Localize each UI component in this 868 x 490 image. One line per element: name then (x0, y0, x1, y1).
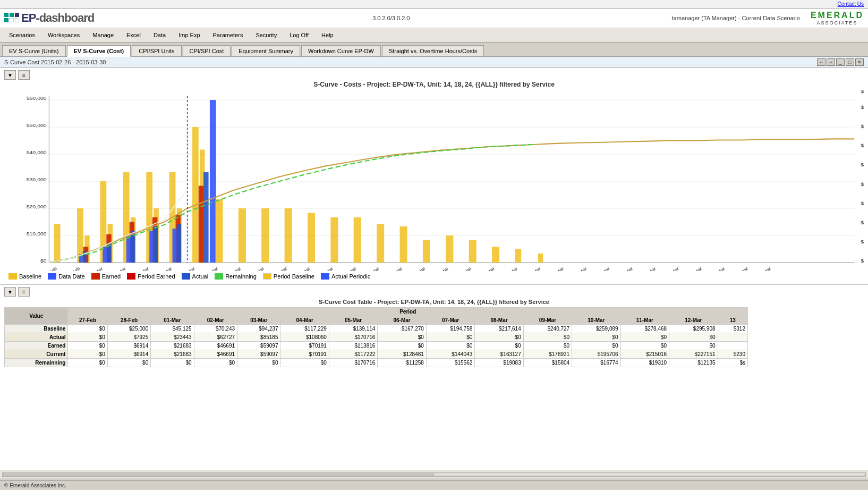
legend-actual: Actual (182, 273, 209, 280)
cell: $0 (378, 333, 426, 342)
cell: $312 (718, 325, 747, 333)
cell: $s (718, 359, 747, 367)
tab-ev-units[interactable]: EV S-Curve (Units) (2, 45, 66, 56)
th-col-0: 27-Feb (68, 316, 107, 325)
cell: $215016 (620, 350, 669, 359)
svg-rect-58 (239, 208, 246, 263)
logo-sq3 (15, 13, 19, 17)
svg-rect-63 (354, 217, 361, 263)
win-minimize[interactable]: _ (836, 58, 845, 66)
cell: $11258 (378, 359, 426, 367)
cell: $0 (572, 333, 620, 342)
cell: $0 (68, 325, 107, 333)
svg-text:$30,000: $30,000 (27, 177, 47, 182)
svg-text:$160,000: $160,000 (861, 181, 864, 187)
svg-rect-61 (308, 213, 315, 263)
cell: $170716 (329, 333, 377, 342)
win-restore[interactable]: □ (846, 58, 854, 66)
svg-rect-56 (203, 172, 208, 263)
legend-remaining-color (215, 273, 223, 280)
svg-text:23-Mar: 23-Mar (596, 266, 611, 271)
nav-log-off[interactable]: Log Off (285, 30, 313, 40)
nav-parameters[interactable]: Parameters (208, 30, 248, 40)
cell: $139,114 (329, 325, 377, 333)
cell: $85185 (237, 333, 280, 342)
logo-sq1 (4, 13, 8, 17)
svg-text:$320,000: $320,000 (861, 105, 864, 110)
win-back[interactable]: ← (817, 58, 826, 66)
cell: $240,727 (523, 325, 572, 333)
logo-dash: -dashboard (36, 11, 94, 24)
cell: $0 (194, 359, 237, 367)
chart-legend: Baseline Data Date Earned Period Earned … (4, 271, 864, 282)
table-filter-btn[interactable]: ▼ (4, 287, 16, 297)
win-forward[interactable]: → (827, 58, 835, 66)
nav-security[interactable]: Security (251, 30, 282, 40)
nav-data[interactable]: Data (149, 30, 171, 40)
legend-actual-color (182, 273, 190, 280)
nav-manage[interactable]: Manage (88, 30, 118, 40)
scroll-bar[interactable] (0, 470, 868, 478)
chart-options-btn[interactable]: ≡ (18, 70, 30, 80)
cell: $117,229 (280, 325, 329, 333)
tab-cpi-spi-units[interactable]: CPI/SPI Units (132, 45, 181, 56)
cell: $6914 (107, 342, 150, 350)
nav-help[interactable]: Help (317, 30, 338, 40)
svg-rect-62 (330, 217, 338, 263)
legend-remaining-label: Remainning (225, 273, 257, 280)
logo-sq6 (15, 18, 19, 22)
svg-rect-40 (126, 235, 131, 263)
tab-straight-overtime[interactable]: Straight vs. Overtime Hours/Costs (382, 45, 484, 56)
svg-text:$120,000: $120,000 (861, 200, 864, 206)
legend-period-earned-label: Period Earned (138, 273, 175, 280)
th-col-1: 28-Feb (107, 316, 150, 325)
svg-text:10-Mar: 10-Mar (296, 266, 311, 271)
svg-rect-51 (177, 224, 181, 263)
row-label-earned: Earned (5, 342, 68, 350)
cell: $108060 (280, 333, 329, 342)
subtitle-text: S-Curve Cost 2015-02-26 - 2015-03-30 (4, 59, 106, 65)
logo-text: EP-dashboard (21, 11, 94, 25)
main-content: ▼ ≡ S-Curve - Costs - Project: EP-DW-TA,… (0, 68, 868, 478)
table-row-remaining: Remainning $0 $0 $0 $0 $0 $0 $170716 $11… (5, 359, 748, 367)
svg-rect-54 (199, 186, 203, 263)
nav-bar: Scenarios Workspaces Manage Excel Data I… (0, 28, 868, 43)
win-close[interactable]: ✕ (855, 58, 864, 66)
tab-equipment[interactable]: Equipment Summary (232, 45, 300, 56)
svg-text:$40,000: $40,000 (861, 239, 864, 244)
tab-workdown[interactable]: Workdown Curve EP-DW (301, 45, 381, 56)
nav-workspaces[interactable]: Workspaces (43, 30, 84, 40)
svg-rect-71 (538, 254, 543, 263)
version-display: 3.0.2.0/3.0.2.0 (110, 15, 672, 21)
svg-rect-45 (149, 231, 154, 263)
th-col-13: 12-Mar (669, 316, 718, 325)
svg-text:12-Mar: 12-Mar (343, 266, 358, 271)
cell: $0 (669, 333, 718, 342)
cell: $62727 (194, 333, 237, 342)
svg-text:01-Mar: 01-Mar (89, 266, 104, 271)
svg-text:18-Mar: 18-Mar (481, 266, 496, 271)
cell: $25,000 (107, 325, 150, 333)
tab-cpi-spi-cost[interactable]: CPI/SPI Cost (183, 45, 231, 56)
nav-imp-exp[interactable]: Imp Exp (174, 30, 205, 40)
table-row-actual: Actual $0 $7925 $23443 $62727 $85185 $10… (5, 333, 748, 342)
chart-filter-btn[interactable]: ▼ (4, 70, 16, 80)
subtitle-bar: S-Curve Cost 2015-02-26 - 2015-03-30 ← →… (0, 57, 868, 68)
svg-text:28-Feb: 28-Feb (66, 266, 81, 271)
cell: $178931 (523, 350, 572, 359)
cell: $278,468 (620, 325, 669, 333)
th-col-7: 06-Mar (378, 316, 426, 325)
cell: $21683 (151, 342, 194, 350)
cell: $46691 (194, 342, 237, 350)
cell: $0 (475, 342, 523, 350)
cell: $128481 (378, 350, 426, 359)
contact-us-link[interactable]: Contact Us (838, 1, 864, 7)
cell: $15562 (426, 359, 474, 367)
svg-text:$280,000: $280,000 (861, 124, 864, 129)
table-options-btn[interactable]: ≡ (18, 287, 30, 297)
nav-excel[interactable]: Excel (122, 30, 146, 40)
tab-ev-cost[interactable]: EV S-Curve (Cost) (67, 45, 131, 57)
tab-bar: EV S-Curve (Units) EV S-Curve (Cost) CPI… (0, 43, 868, 57)
nav-scenarios[interactable]: Scenarios (4, 30, 40, 40)
brand-name: EMERALD (811, 11, 864, 20)
